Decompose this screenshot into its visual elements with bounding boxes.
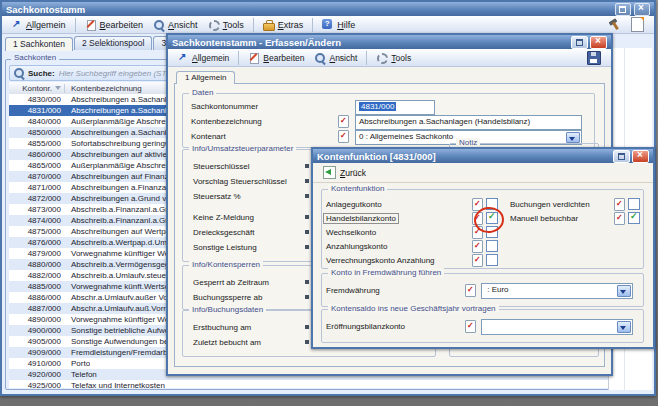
eroeffnungsbilanzkonto-label: Eröffnungsbilanzkonto xyxy=(326,322,405,331)
gear-icon xyxy=(376,52,388,64)
dropdown-button[interactable] xyxy=(617,285,631,297)
checkbox[interactable] xyxy=(486,240,498,252)
red-check-doc-icon[interactable] xyxy=(465,320,476,333)
red-check-doc-icon[interactable] xyxy=(472,198,483,211)
back-icon xyxy=(323,166,336,179)
main-menubar: Allgemein Bearbeiten Ansicht Tools Extra… xyxy=(2,16,654,34)
close-button[interactable] xyxy=(632,150,649,163)
column-header-kontonr[interactable]: Kontonr. xyxy=(9,84,64,93)
konten-toolbar: Zurück xyxy=(313,163,653,183)
main-window-title: Sachkontostamm xyxy=(6,4,85,15)
hammer-icon[interactable] xyxy=(608,18,621,31)
menu-item[interactable]: Extras xyxy=(258,18,314,32)
funktion-row: Wechselkonto xyxy=(324,226,511,240)
konten-window-title: Kontenfunktion [4831/000] xyxy=(317,151,436,162)
magnifier-icon xyxy=(153,19,165,31)
red-check-doc-icon[interactable] xyxy=(472,254,483,267)
fremdwaehrung-label: Fremdwährung xyxy=(326,286,380,295)
checkbox[interactable] xyxy=(628,212,640,224)
field-stub xyxy=(305,194,309,198)
kontenfunktion-window: Kontenfunktion [4831/000] Zurück Kontenf… xyxy=(311,147,655,349)
main-titlebar[interactable]: Sachkontostamm xyxy=(2,2,654,16)
field-stub xyxy=(305,280,309,284)
magnifier-icon xyxy=(314,52,326,64)
red-check-doc-icon[interactable] xyxy=(614,212,625,225)
red-check-doc-icon[interactable] xyxy=(338,115,349,128)
arrow-ne-icon xyxy=(177,52,189,64)
field-stub xyxy=(305,164,309,168)
edit-menubar: Allgemein Bearbeiten Ansicht Tools xyxy=(168,49,611,67)
edit-titlebar[interactable]: Sachkontenstamm - Erfassen/Ändern xyxy=(168,35,611,49)
restore-button[interactable] xyxy=(615,3,631,16)
red-check-doc-icon[interactable] xyxy=(465,284,476,297)
menu-item[interactable]: Tools xyxy=(371,51,416,65)
menu-item[interactable]: Allgemein xyxy=(172,51,239,65)
menu-item[interactable]: Bearbeiten xyxy=(243,51,309,65)
close-button[interactable] xyxy=(634,3,650,16)
gear-icon xyxy=(208,19,220,31)
menu-item[interactable]: Bearbeiten xyxy=(80,18,149,32)
close-button[interactable] xyxy=(590,36,607,49)
saldo-group: Kontensaldo ins neue Geschäftsjahr vortr… xyxy=(321,309,644,343)
checkbox[interactable] xyxy=(486,212,498,224)
restore-button[interactable] xyxy=(571,36,588,49)
main-menu: Allgemein Bearbeiten Ansicht Tools Extra… xyxy=(6,18,360,32)
kontenbezeichnung-field[interactable]: Abschreibungen a.Sachanlagen (Handelsbil… xyxy=(355,115,582,130)
menu-item[interactable]: Ansicht xyxy=(309,51,367,65)
checkbox[interactable] xyxy=(486,226,498,238)
menu-item[interactable]: Tools xyxy=(203,18,254,32)
checkbox[interactable] xyxy=(486,254,498,266)
tab[interactable]: 2 Selektionspool xyxy=(74,36,152,50)
sachkontonummer-label: Sachkontonummer xyxy=(191,102,258,111)
menu-item[interactable]: Allgemein xyxy=(6,18,76,32)
field-stub xyxy=(305,179,309,183)
group-label-sachkonten: Sachkonten xyxy=(11,53,59,62)
eroeffnungsbilanzkonto-select[interactable] xyxy=(481,319,633,335)
tab[interactable]: 1 Sachkonten xyxy=(5,37,73,51)
kontenart-label: Kontenart xyxy=(191,132,226,141)
edit-menu: Allgemein Bearbeiten Ansicht Tools xyxy=(172,51,416,65)
toolbox-icon xyxy=(263,19,275,31)
sort-icon xyxy=(55,86,61,90)
sachkontonummer-field[interactable]: 4831/000 xyxy=(355,100,435,115)
dropdown-button[interactable] xyxy=(566,132,580,143)
funktion-row: Buchungen verdichten xyxy=(510,198,641,212)
search-icon xyxy=(13,67,25,79)
checkbox[interactable] xyxy=(628,198,640,210)
field-stub xyxy=(305,245,309,249)
dropdown-button[interactable] xyxy=(617,321,631,333)
red-check-doc-icon[interactable] xyxy=(472,240,483,253)
menu-item[interactable]: Hilfe xyxy=(317,18,360,32)
save-icon[interactable] xyxy=(587,51,601,65)
red-check-doc-icon[interactable] xyxy=(472,212,483,225)
new-document-icon[interactable] xyxy=(631,17,644,32)
restore-button[interactable] xyxy=(613,150,630,163)
field-stub xyxy=(305,295,309,299)
desktop: Sachkontostamm Allgemein Bearbeiten Ansi… xyxy=(0,0,658,406)
fremdwaehrung-select[interactable]: : Euro xyxy=(481,283,633,299)
funktion-row: Anlagegutkonto xyxy=(324,198,511,212)
red-check-doc-icon[interactable] xyxy=(614,198,625,211)
table-row[interactable]: 4925/000 Telefax und Internetkosten xyxy=(9,380,645,388)
field-stub xyxy=(305,340,309,344)
checkbox[interactable] xyxy=(486,198,498,210)
fremdwaehrung-group: Konto in Fremdwährung führen Fremdwährun… xyxy=(321,273,644,307)
tab-allgemein[interactable]: 1 Allgemein xyxy=(176,71,235,84)
red-check-doc-icon[interactable] xyxy=(338,130,349,143)
back-button[interactable]: Zurück xyxy=(319,165,370,180)
daten-group: Daten Sachkontonummer 4831/000 Kontenbez… xyxy=(182,93,595,148)
funktion-row: Handelsbilanzkonto xyxy=(324,212,511,226)
red-check-doc-icon[interactable] xyxy=(472,226,483,239)
edit-page-icon xyxy=(248,52,260,64)
field-stub xyxy=(305,230,309,234)
funktion-row: Verrechnungskonto Anzahlung xyxy=(324,254,511,268)
help-icon xyxy=(322,19,334,31)
kontenbezeichnung-label: Kontenbezeichnung xyxy=(191,117,262,126)
funktion-row: Anzahlungskonto xyxy=(324,240,511,254)
menu-item[interactable]: Ansicht xyxy=(148,18,203,32)
arrow-ne-icon xyxy=(11,19,23,31)
kontenfunktion-group: Kontenfunktion Anlagegutkonto Handelsbil… xyxy=(321,189,644,269)
funktion-row: Manuell bebuchbar xyxy=(510,212,641,226)
field-stub xyxy=(305,325,309,329)
konten-titlebar[interactable]: Kontenfunktion [4831/000] xyxy=(313,149,653,163)
